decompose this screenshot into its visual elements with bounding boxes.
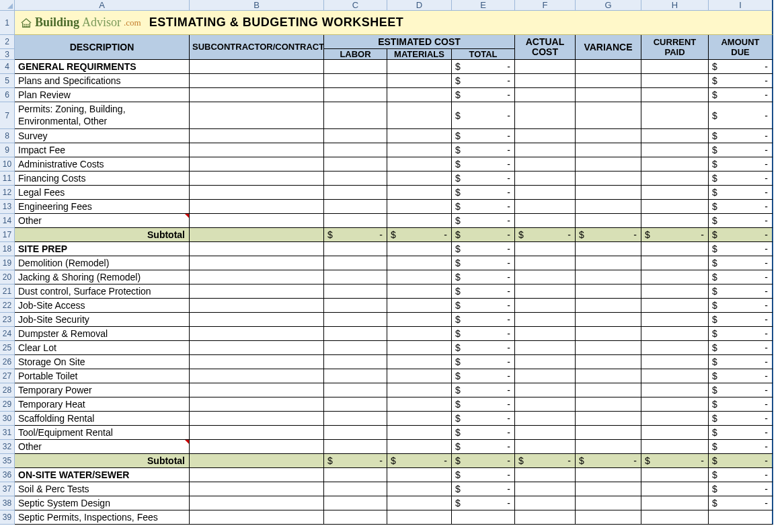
- row-header[interactable]: 24: [0, 327, 15, 341]
- cell[interactable]: [190, 496, 324, 510]
- row-header[interactable]: 18: [0, 242, 15, 256]
- cell[interactable]: [515, 284, 576, 299]
- cell[interactable]: [190, 200, 324, 214]
- money-cell[interactable]: $-: [452, 214, 515, 228]
- cell[interactable]: [576, 88, 641, 102]
- cell[interactable]: [576, 369, 641, 383]
- cell[interactable]: [515, 186, 576, 200]
- cell[interactable]: [324, 313, 387, 327]
- cell[interactable]: [515, 172, 576, 186]
- money-cell[interactable]: $-: [709, 397, 773, 412]
- cell[interactable]: [576, 157, 641, 172]
- cell[interactable]: [576, 242, 641, 256]
- money-cell[interactable]: $-: [709, 299, 773, 313]
- cell[interactable]: [324, 157, 387, 172]
- cell[interactable]: [641, 341, 709, 355]
- cell[interactable]: [515, 270, 576, 284]
- cell[interactable]: [190, 369, 324, 383]
- money-cell[interactable]: $-: [709, 313, 773, 327]
- cell[interactable]: [641, 397, 709, 412]
- cell[interactable]: [190, 270, 324, 284]
- cell[interactable]: [576, 482, 641, 496]
- row-header[interactable]: 31: [0, 426, 15, 440]
- cell[interactable]: [515, 510, 576, 525]
- cell[interactable]: [576, 200, 641, 214]
- column-header[interactable]: I: [709, 0, 773, 11]
- row-header[interactable]: 8: [0, 129, 15, 143]
- cell[interactable]: [641, 157, 709, 172]
- cell[interactable]: [190, 74, 324, 88]
- cell[interactable]: [387, 440, 452, 454]
- cell[interactable]: [641, 129, 709, 143]
- column-header[interactable]: C: [324, 0, 387, 11]
- money-cell[interactable]: $-: [641, 228, 709, 242]
- cell[interactable]: [576, 129, 641, 143]
- cell[interactable]: [515, 482, 576, 496]
- money-cell[interactable]: $-: [709, 143, 773, 157]
- cell[interactable]: [387, 510, 452, 525]
- cell[interactable]: [641, 74, 709, 88]
- cell[interactable]: [190, 482, 324, 496]
- cell[interactable]: [190, 412, 324, 426]
- money-cell[interactable]: $-: [324, 228, 387, 242]
- line-item[interactable]: Jacking & Shoring (Remodel): [15, 270, 190, 284]
- money-cell[interactable]: $-: [452, 412, 515, 426]
- row-header[interactable]: 28: [0, 383, 15, 397]
- cell[interactable]: [324, 496, 387, 510]
- row-header[interactable]: 4: [0, 60, 15, 74]
- cell[interactable]: [387, 214, 452, 228]
- money-cell[interactable]: $-: [709, 228, 773, 242]
- column-header[interactable]: H: [641, 0, 709, 11]
- cell[interactable]: [190, 214, 324, 228]
- row-header[interactable]: 3: [0, 49, 15, 60]
- cell[interactable]: [387, 468, 452, 482]
- cell[interactable]: [324, 214, 387, 228]
- row-header[interactable]: 26: [0, 355, 15, 369]
- cell[interactable]: [576, 355, 641, 369]
- cell[interactable]: [515, 341, 576, 355]
- money-cell[interactable]: $-: [709, 157, 773, 172]
- money-cell[interactable]: $-: [709, 214, 773, 228]
- row-header[interactable]: 13: [0, 200, 15, 214]
- cell[interactable]: [576, 60, 641, 74]
- cell[interactable]: [387, 129, 452, 143]
- row-header[interactable]: 14: [0, 214, 15, 228]
- cell[interactable]: [387, 327, 452, 341]
- column-header[interactable]: E: [452, 0, 515, 11]
- column-header[interactable]: F: [515, 0, 576, 11]
- column-header[interactable]: A: [15, 0, 190, 11]
- cell[interactable]: [324, 299, 387, 313]
- cell[interactable]: [576, 412, 641, 426]
- money-cell[interactable]: $-: [452, 200, 515, 214]
- row-header[interactable]: 27: [0, 369, 15, 383]
- cell[interactable]: [387, 157, 452, 172]
- cell[interactable]: [387, 256, 452, 270]
- money-cell[interactable]: $-: [709, 60, 773, 74]
- line-item[interactable]: Job-Site Security: [15, 313, 190, 327]
- money-cell[interactable]: $-: [452, 482, 515, 496]
- cell[interactable]: [515, 88, 576, 102]
- column-header[interactable]: G: [576, 0, 641, 11]
- money-cell[interactable]: $-: [452, 242, 515, 256]
- cell[interactable]: [515, 60, 576, 74]
- line-item[interactable]: Storage On Site: [15, 355, 190, 369]
- money-cell[interactable]: $-: [709, 270, 773, 284]
- cell[interactable]: [387, 496, 452, 510]
- cell[interactable]: [515, 214, 576, 228]
- money-cell[interactable]: $-: [452, 327, 515, 341]
- line-item[interactable]: Other: [15, 440, 190, 454]
- money-cell[interactable]: $-: [452, 129, 515, 143]
- cell[interactable]: [387, 482, 452, 496]
- money-cell[interactable]: $-: [709, 74, 773, 88]
- cell[interactable]: [641, 102, 709, 129]
- cell[interactable]: [387, 397, 452, 412]
- row-header[interactable]: 37: [0, 482, 15, 496]
- money-cell[interactable]: $-: [452, 341, 515, 355]
- cell[interactable]: [515, 143, 576, 157]
- cell[interactable]: [190, 510, 324, 525]
- cell[interactable]: [324, 327, 387, 341]
- money-cell[interactable]: $-: [641, 454, 709, 468]
- cell[interactable]: [641, 242, 709, 256]
- cell[interactable]: [641, 426, 709, 440]
- section-header[interactable]: GENERAL REQUIRMENTS: [15, 60, 190, 74]
